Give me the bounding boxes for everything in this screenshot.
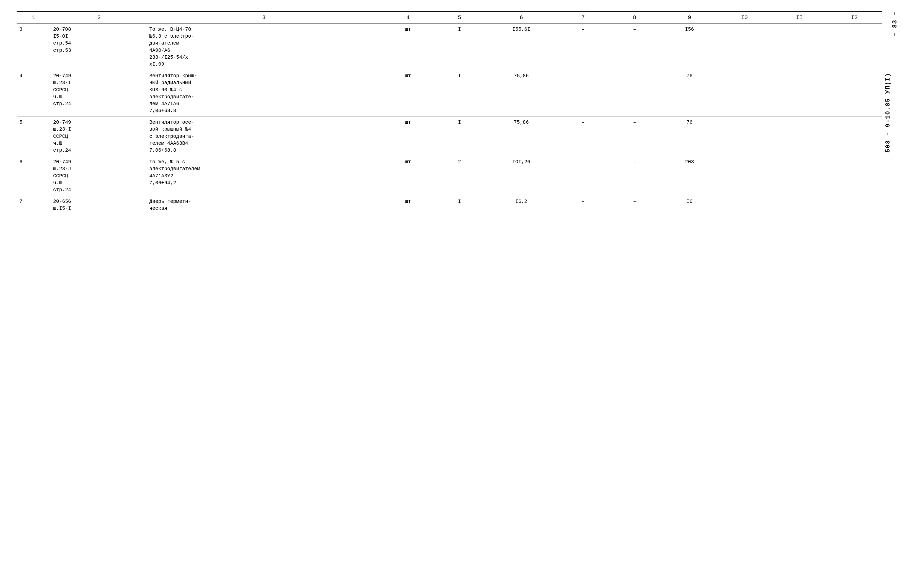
cell-2-1: 4 (16, 70, 51, 117)
col-header-10: I0 (717, 11, 772, 24)
cell-2-8: – (607, 70, 662, 117)
cell-3-11 (772, 117, 827, 156)
cell-1-1: 3 (16, 24, 51, 70)
cell-2-5: I (435, 70, 483, 117)
cell-3-12 (827, 117, 882, 156)
cell-1-10 (717, 24, 772, 70)
cell-5-1: 7 (16, 196, 51, 215)
cell-2-6: 75,86 (483, 70, 559, 117)
cell-1-11 (772, 24, 827, 70)
cell-1-6: I55,6I (483, 24, 559, 70)
col-header-6: 6 (483, 11, 559, 24)
cell-3-4: шт (381, 117, 435, 156)
cell-5-6: I6,2 (483, 196, 559, 215)
col-header-11: II (772, 11, 827, 24)
cell-2-11 (772, 70, 827, 117)
col-header-3: 3 (147, 11, 381, 24)
cell-4-11 (772, 156, 827, 196)
cell-2-2: 20-749 ш.23-I ССРСЦ ч.Ш стр.24 (51, 70, 147, 117)
cell-5-3: Дверь гермети- ческая (147, 196, 381, 215)
col-header-12: I2 (827, 11, 882, 24)
cell-3-8: – (607, 117, 662, 156)
cell-1-2: 20-708 I5-OI стр.54 стр.53 (51, 24, 147, 70)
side-label-right: 503 – 9-10.85 УП(I) – 83 – (884, 11, 899, 215)
cell-3-3: Вентилятор осе- вой крышный №4 с электро… (147, 117, 381, 156)
cell-5-8: – (607, 196, 662, 215)
cell-4-3: То же, № 5 с электродвигателем 4А71А3У2 … (147, 156, 381, 196)
cell-5-9: I6 (662, 196, 717, 215)
cell-1-5: I (435, 24, 483, 70)
cell-2-10 (717, 70, 772, 117)
table-row: 620-749 ш.23-J ССРСЦ ч.Ш стр.24То же, № … (16, 156, 882, 196)
cell-3-7: – (559, 117, 607, 156)
cell-1-3: То же, В-Ц4-70 №6,3 с электро- двигателе… (147, 24, 381, 70)
cell-5-11 (772, 196, 827, 215)
main-table: 1 2 3 4 5 6 7 8 9 I0 II I2 320-708 I5-OI… (16, 11, 882, 215)
cell-4-10 (717, 156, 772, 196)
cell-3-5: I (435, 117, 483, 156)
cell-3-2: 20-749 ш.23-I ССРСЦ ч.Ш стр.24 (51, 117, 147, 156)
cell-1-12 (827, 24, 882, 70)
cell-2-12 (827, 70, 882, 117)
cell-5-12 (827, 196, 882, 215)
cell-3-9: 76 (662, 117, 717, 156)
col-header-2: 2 (51, 11, 147, 24)
col-header-1: 1 (16, 11, 51, 24)
cell-1-9: I56 (662, 24, 717, 70)
table-row: 320-708 I5-OI стр.54 стр.53То же, В-Ц4-7… (16, 24, 882, 70)
cell-5-2: 20-656 ш.I5-I (51, 196, 147, 215)
cell-5-5: I (435, 196, 483, 215)
cell-5-7: – (559, 196, 607, 215)
table-row: 420-749 ш.23-I ССРСЦ ч.Ш стр.24Вентилято… (16, 70, 882, 117)
col-header-9: 9 (662, 11, 717, 24)
cell-5-4: шт (381, 196, 435, 215)
cell-1-8: – (607, 24, 662, 70)
side-label-top: 503 – 9-10.85 УП(I) (884, 73, 891, 153)
cell-4-1: 6 (16, 156, 51, 196)
cell-2-3: Вентилятор крыш- ный радиальный КЦ3-90 №… (147, 70, 381, 117)
side-label-bottom: – 83 – (891, 11, 899, 36)
cell-3-6: 75,86 (483, 117, 559, 156)
cell-4-5: 2 (435, 156, 483, 196)
table-row: 520-749 ш.23-I ССРСЦ ч.Ш стр.24Вентилято… (16, 117, 882, 156)
col-header-8: 8 (607, 11, 662, 24)
cell-5-10 (717, 196, 772, 215)
cell-2-7: – (559, 70, 607, 117)
table-header-row: 1 2 3 4 5 6 7 8 9 I0 II I2 (16, 11, 882, 24)
col-header-5: 5 (435, 11, 483, 24)
cell-4-8: – (607, 156, 662, 196)
col-header-7: 7 (559, 11, 607, 24)
cell-1-4: шт (381, 24, 435, 70)
col-header-4: 4 (381, 11, 435, 24)
cell-1-7: – (559, 24, 607, 70)
cell-4-6: IOI,26 (483, 156, 559, 196)
cell-2-4: шт (381, 70, 435, 117)
page-container: 503 – 9-10.85 УП(I) – 83 – 1 2 3 4 5 6 7… (16, 11, 899, 215)
table-row: 720-656 ш.I5-IДверь гермети- ческаяштII6… (16, 196, 882, 215)
cell-4-9: 203 (662, 156, 717, 196)
cell-4-2: 20-749 ш.23-J ССРСЦ ч.Ш стр.24 (51, 156, 147, 196)
cell-4-12 (827, 156, 882, 196)
cell-4-4: шт (381, 156, 435, 196)
cell-4-7 (559, 156, 607, 196)
cell-3-1: 5 (16, 117, 51, 156)
cell-2-9: 76 (662, 70, 717, 117)
cell-3-10 (717, 117, 772, 156)
